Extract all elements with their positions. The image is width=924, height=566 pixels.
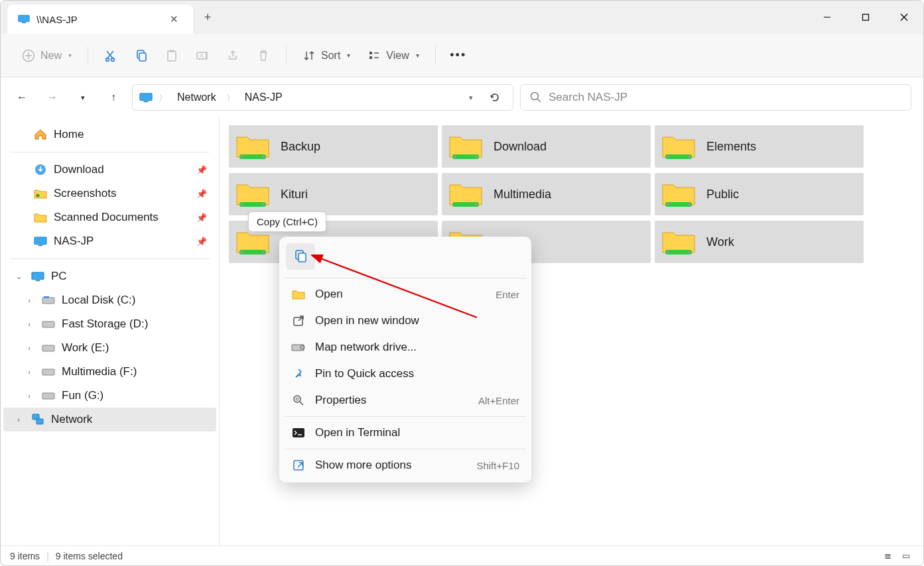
label: Home: [54, 128, 84, 141]
chevron-right-icon[interactable]: ›: [23, 344, 35, 352]
context-terminal[interactable]: Open in Terminal: [283, 420, 527, 446]
chevron-right-icon: 〉: [158, 93, 168, 103]
sidebar-multif[interactable]: › Multimedia (F:): [3, 360, 216, 384]
svg-rect-37: [42, 393, 54, 399]
context-properties[interactable]: Properties Alt+Enter: [283, 387, 527, 414]
folder-label: Elements: [706, 140, 756, 154]
minimize-button[interactable]: [808, 1, 846, 34]
context-map-drive[interactable]: Map network drive...: [283, 334, 527, 361]
close-button[interactable]: [885, 1, 923, 34]
separator: [10, 258, 210, 259]
search-icon: [530, 91, 542, 103]
context-more-options[interactable]: Show more options Shift+F10: [283, 452, 527, 479]
view-menu-button[interactable]: View ▾: [361, 45, 425, 66]
label: Work (E:): [62, 341, 109, 355]
svg-point-54: [475, 203, 478, 206]
context-menu: Open Enter Open in new window Map networ…: [279, 237, 531, 482]
tab-close-button[interactable]: ✕: [166, 11, 182, 28]
paste-button[interactable]: [159, 45, 185, 66]
tiles-view-button[interactable]: ▭: [898, 549, 914, 562]
sidebar-worke[interactable]: › Work (E:): [3, 336, 216, 360]
details-view-button[interactable]: ≣: [880, 549, 895, 562]
svg-point-10: [111, 58, 115, 61]
context-open-new-window[interactable]: Open in new window: [283, 308, 527, 334]
chevron-right-icon[interactable]: ›: [23, 320, 35, 328]
address-bar[interactable]: 〉 Network 〉 NAS-JP ▾: [132, 84, 513, 111]
view-icon: [367, 49, 381, 62]
address-dropdown[interactable]: ▾: [464, 91, 478, 105]
svg-point-27: [36, 194, 40, 198]
context-pin[interactable]: Pin to Quick access: [283, 361, 527, 387]
chevron-right-icon[interactable]: ›: [23, 368, 35, 376]
tab-title: \\NAS-JP: [36, 14, 159, 25]
network-folder-icon: [660, 226, 697, 258]
context-quick-actions: [283, 241, 527, 275]
folder-public[interactable]: Public: [655, 173, 864, 215]
context-open[interactable]: Open Enter: [283, 281, 527, 308]
chevron-right-icon[interactable]: ›: [13, 416, 25, 424]
rename-button[interactable]: A: [189, 45, 216, 66]
sidebar-home[interactable]: Home: [3, 123, 216, 146]
copy-button[interactable]: [128, 45, 155, 66]
folder-backup[interactable]: Backup: [229, 125, 438, 168]
chevron-down-icon[interactable]: ⌄: [13, 272, 25, 281]
window-tab[interactable]: \\NAS-JP ✕: [7, 5, 193, 34]
copy-icon: [135, 49, 148, 62]
sort-menu-button[interactable]: Sort ▾: [296, 45, 357, 66]
view-label: View: [386, 50, 409, 62]
cut-button[interactable]: [98, 45, 124, 66]
chevron-right-icon[interactable]: ›: [23, 392, 35, 400]
folder-icon: [34, 188, 47, 199]
sidebar-localc[interactable]: › Local Disk (C:): [3, 288, 216, 312]
sidebar-screenshots[interactable]: Screenshots 📌: [3, 182, 216, 205]
folder-multimedia[interactable]: Multimedia: [442, 173, 651, 215]
search-box[interactable]: Search NAS-JP: [520, 84, 911, 111]
sidebar-network[interactable]: › Network: [3, 408, 216, 431]
new-label: New: [40, 50, 62, 62]
cut-icon: [104, 49, 117, 62]
delete-button[interactable]: [250, 45, 277, 66]
shortcut: Shift+F10: [476, 460, 519, 471]
new-tab-button[interactable]: +: [193, 1, 222, 34]
breadcrumb-nasjp[interactable]: NAS-JP: [241, 89, 287, 106]
chevron-down-icon: ▾: [347, 52, 350, 59]
folder-kituri[interactable]: Kituri: [229, 173, 438, 215]
svg-rect-75: [294, 461, 303, 470]
sidebar-fastd[interactable]: › Fast Storage (D:): [3, 312, 216, 336]
sidebar-pc[interactable]: ⌄ PC: [3, 264, 216, 288]
svg-point-9: [106, 58, 109, 61]
folder-label: Backup: [281, 140, 320, 154]
network-pc-icon: [18, 15, 30, 24]
refresh-button[interactable]: [484, 89, 506, 106]
breadcrumb-network[interactable]: Network: [173, 89, 220, 106]
forward-button[interactable]: →: [40, 85, 64, 109]
share-button[interactable]: [220, 45, 246, 66]
more-menu-button[interactable]: •••: [445, 45, 472, 66]
sidebar-scanned[interactable]: Scanned Documents 📌: [3, 205, 216, 229]
sidebar-fung[interactable]: › Fun (G:): [3, 384, 216, 408]
svg-rect-1: [22, 23, 26, 24]
label: NAS-JP: [54, 235, 94, 248]
back-button[interactable]: ←: [10, 85, 34, 109]
label: Show more options: [315, 459, 412, 472]
label: Scanned Documents: [54, 211, 159, 224]
folder-download[interactable]: Download: [442, 125, 651, 168]
sidebar-nasjp[interactable]: NAS-JP 📌: [3, 229, 216, 253]
recent-dropdown-button[interactable]: ▾: [71, 85, 95, 109]
context-copy-button[interactable]: [286, 243, 315, 270]
navbar: ← → ▾ ↑ 〉 Network 〉 NAS-JP ▾ Search NAS-…: [1, 78, 923, 117]
chevron-right-icon[interactable]: ›: [23, 296, 35, 304]
svg-point-50: [241, 203, 243, 206]
up-button[interactable]: ↑: [101, 85, 125, 109]
folder-elements[interactable]: Elements: [655, 125, 864, 168]
label: Multimedia (F:): [62, 365, 137, 378]
open-new-window-icon: [291, 314, 306, 327]
new-menu-button[interactable]: New ▾: [15, 45, 78, 66]
folder-work[interactable]: Work: [655, 221, 864, 263]
maximize-button[interactable]: [846, 1, 885, 34]
svg-rect-13: [168, 51, 176, 61]
sidebar-download[interactable]: Download 📌: [3, 158, 216, 182]
svg-point-24: [531, 93, 539, 100]
svg-point-56: [667, 203, 669, 206]
label: Fast Storage (D:): [62, 317, 148, 331]
